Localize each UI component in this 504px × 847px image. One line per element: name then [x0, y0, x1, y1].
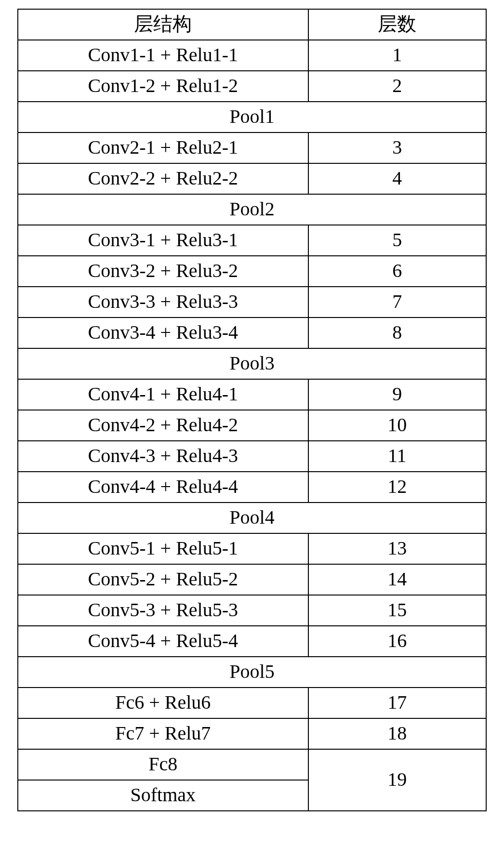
layer-structure: Conv2-1 + Relu2-1 [18, 132, 308, 163]
table-row: Conv2-1 + Relu2-13 [18, 132, 486, 163]
table-row: Conv5-1 + Relu5-113 [18, 533, 486, 564]
pool-label: Pool2 [18, 194, 486, 225]
table-row: Conv5-2 + Relu5-214 [18, 564, 486, 595]
layer-structure: Conv5-2 + Relu5-2 [18, 564, 308, 595]
table-row: Conv4-1 + Relu4-19 [18, 379, 486, 410]
layer-structure: Conv5-1 + Relu5-1 [18, 533, 308, 564]
layer-structure: Conv1-1 + Relu1-1 [18, 40, 308, 71]
table-row: Pool3 [18, 348, 486, 379]
layer-structure: Conv3-4 + Relu3-4 [18, 318, 308, 348]
table-row: Conv1-2 + Relu1-22 [18, 71, 486, 102]
layer-number: 5 [308, 225, 486, 256]
layers-table: 层结构层数Conv1-1 + Relu1-11Conv1-2 + Relu1-2… [17, 9, 487, 811]
table-row: Fc7 + Relu718 [18, 718, 486, 749]
layer-structure: Fc6 + Relu6 [18, 688, 308, 718]
layer-number: 12 [308, 472, 486, 503]
table-row: Conv3-2 + Relu3-26 [18, 256, 486, 287]
table-row: Fc819 [18, 749, 486, 780]
layer-number: 7 [308, 287, 486, 318]
layer-structure: Conv4-1 + Relu4-1 [18, 379, 308, 410]
layer-number: 6 [308, 256, 486, 287]
layer-structure: Conv4-2 + Relu4-2 [18, 410, 308, 441]
table-row: Conv4-4 + Relu4-412 [18, 472, 486, 503]
pool-label: Pool3 [18, 348, 486, 379]
layer-structure: Conv3-2 + Relu3-2 [18, 256, 308, 287]
layer-number: 16 [308, 626, 486, 657]
table-row: Conv5-3 + Relu5-315 [18, 595, 486, 626]
table-row: Pool2 [18, 194, 486, 225]
layer-number: 9 [308, 379, 486, 410]
table-row: Conv3-4 + Relu3-48 [18, 318, 486, 348]
layer-number: 18 [308, 718, 486, 749]
table-row: Conv3-3 + Relu3-37 [18, 287, 486, 318]
table-row: Pool4 [18, 503, 486, 533]
table-row: Conv1-1 + Relu1-11 [18, 40, 486, 71]
table-row: Conv3-1 + Relu3-15 [18, 225, 486, 256]
layer-structure: Conv4-4 + Relu4-4 [18, 472, 308, 503]
layer-structure: Conv3-3 + Relu3-3 [18, 287, 308, 318]
layer-number: 8 [308, 318, 486, 348]
layer-number: 2 [308, 71, 486, 102]
table-row: Pool5 [18, 657, 486, 688]
layer-structure: Softmax [18, 780, 308, 811]
layer-number: 13 [308, 533, 486, 564]
layer-structure: Conv5-3 + Relu5-3 [18, 595, 308, 626]
layer-number: 14 [308, 564, 486, 595]
layer-number: 1 [308, 40, 486, 71]
table-row: Conv2-2 + Relu2-24 [18, 163, 486, 194]
layer-number: 15 [308, 595, 486, 626]
layer-number: 3 [308, 132, 486, 163]
layer-number: 4 [308, 163, 486, 194]
layer-structure: Conv4-3 + Relu4-3 [18, 441, 308, 472]
table-row: 层结构层数 [18, 9, 486, 40]
table-row: Fc6 + Relu617 [18, 688, 486, 718]
layer-number: 19 [308, 749, 486, 811]
table-header-number: 层数 [308, 9, 486, 40]
table-row: Conv4-2 + Relu4-210 [18, 410, 486, 441]
pool-label: Pool1 [18, 102, 486, 132]
layers-table-body: 层结构层数Conv1-1 + Relu1-11Conv1-2 + Relu1-2… [18, 9, 486, 811]
layer-structure: Conv5-4 + Relu5-4 [18, 626, 308, 657]
layer-number: 17 [308, 688, 486, 718]
table-row: Conv4-3 + Relu4-311 [18, 441, 486, 472]
layer-structure: Conv2-2 + Relu2-2 [18, 163, 308, 194]
table-header-structure: 层结构 [18, 9, 308, 40]
layer-structure: Fc7 + Relu7 [18, 718, 308, 749]
layer-structure: Fc8 [18, 749, 308, 780]
pool-label: Pool5 [18, 657, 486, 688]
layer-number: 10 [308, 410, 486, 441]
layer-structure: Conv1-2 + Relu1-2 [18, 71, 308, 102]
layer-structure: Conv3-1 + Relu3-1 [18, 225, 308, 256]
table-row: Pool1 [18, 102, 486, 132]
pool-label: Pool4 [18, 503, 486, 533]
table-row: Conv5-4 + Relu5-416 [18, 626, 486, 657]
layer-number: 11 [308, 441, 486, 472]
